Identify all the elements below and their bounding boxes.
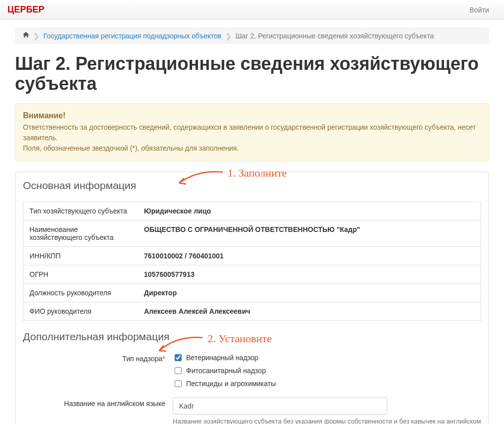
table-row: ОГРН1057600577913 — [23, 265, 481, 284]
row-label: ФИО руководителя — [23, 302, 138, 321]
table-row: Тип хозяйствующего субъектаЮридическое л… — [23, 202, 481, 220]
english-name-help: Название хозяйствующего субъекта без ука… — [173, 418, 481, 424]
brand-logo[interactable]: ЦЕРБЕР — [7, 4, 44, 15]
row-label: Должность руководителя — [23, 284, 138, 302]
row-value: 1057600577913 — [138, 265, 481, 284]
login-link[interactable]: Войти — [462, 1, 497, 19]
alert-warning: Внимание! Ответственность за достовернос… — [15, 103, 489, 162]
row-label: Наименование хозяйствующего субъекта — [23, 220, 138, 247]
checkbox-veterinary[interactable] — [175, 354, 182, 361]
breadcrumb: ❯ Государственная регистрация поднадзорн… — [15, 27, 489, 44]
checkbox-phytosanitary[interactable] — [175, 367, 182, 374]
chevron-right-icon: ❯ — [226, 32, 232, 40]
home-icon[interactable] — [22, 31, 29, 40]
row-value: Алексеев Алексей Алексеевич — [138, 302, 481, 321]
checkbox-veterinary-label[interactable]: Ветеринарный надзор — [186, 354, 258, 362]
checkbox-pesticides-label[interactable]: Пестициды и агрохимикаты — [186, 380, 276, 388]
supervision-type-label: Тип надзора* — [23, 353, 173, 363]
page-title: Шаг 2. Регистрационные сведения хозяйств… — [15, 54, 489, 93]
breadcrumb-current: Шаг 2. Регистрационные сведения хозяйств… — [236, 32, 434, 40]
section-main-info-heading: Основная информация — [23, 180, 481, 192]
table-row: ФИО руководителяАлексеев Алексей Алексее… — [23, 302, 481, 321]
info-table: Тип хозяйствующего субъектаЮридическое л… — [23, 202, 481, 321]
row-label: ОГРН — [23, 265, 138, 284]
table-row: Наименование хозяйствующего субъектаОБЩЕ… — [23, 220, 481, 247]
section-extra-info-heading: Дополнительная информация — [23, 331, 481, 343]
alert-text-2: Поля, обозначенные звездочкой (*), обяза… — [23, 143, 481, 154]
row-label: ИНН/КПП — [23, 247, 138, 265]
form-group-english-name: Название на английском языке Название хо… — [23, 398, 481, 424]
main-panel: Основная информация 1. Заполните Тип хоз… — [15, 172, 489, 424]
row-value: 7610010002 / 760401001 — [138, 247, 481, 265]
row-value: Юридическое лицо — [138, 202, 481, 220]
english-name-input[interactable] — [173, 398, 387, 415]
navbar: ЦЕРБЕР Войти — [0, 0, 504, 20]
table-row: ИНН/КПП7610010002 / 760401001 — [23, 247, 481, 265]
checkbox-phytosanitary-label[interactable]: Фитосанитарный надзор — [186, 367, 266, 375]
row-value: Директор — [138, 284, 481, 302]
chevron-right-icon: ❯ — [33, 32, 39, 40]
row-label: Тип хозяйствующего субъекта — [23, 202, 138, 220]
form-group-supervision-type: Тип надзора* Ветеринарный надзор Фитосан… — [23, 353, 481, 392]
english-name-label: Название на английском языке — [23, 398, 173, 408]
table-row: Должность руководителяДиректор — [23, 284, 481, 302]
alert-text-1: Ответственность за достоверность сведени… — [23, 122, 481, 143]
row-value: ОБЩЕСТВО С ОГРАНИЧЕННОЙ ОТВЕТСТВЕННОСТЬЮ… — [138, 220, 481, 247]
alert-title: Внимание! — [23, 111, 481, 120]
breadcrumb-link-registration[interactable]: Государственная регистрация поднадзорных… — [43, 32, 222, 40]
checkbox-pesticides[interactable] — [175, 380, 182, 387]
